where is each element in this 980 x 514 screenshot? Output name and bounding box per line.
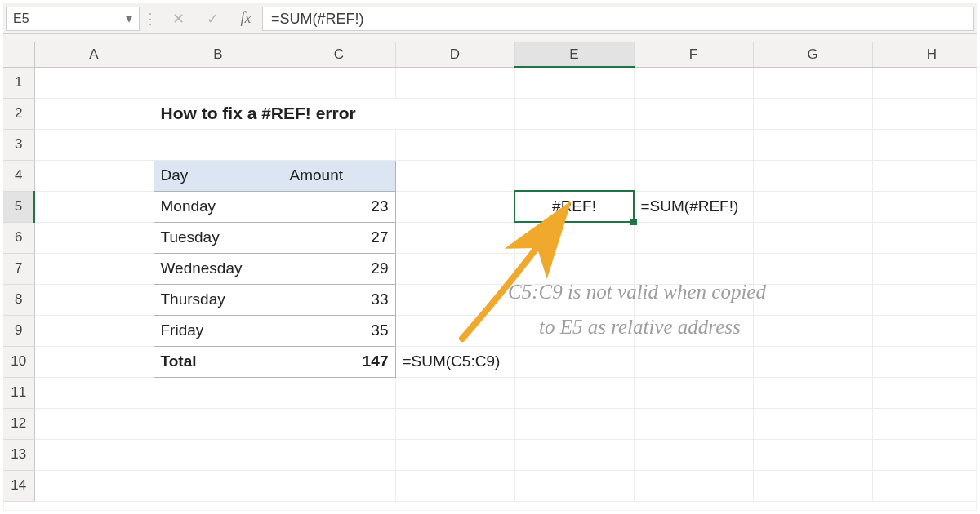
cell[interactable] xyxy=(872,160,977,191)
col-header[interactable]: H xyxy=(872,42,977,67)
cell[interactable] xyxy=(395,284,514,315)
cell[interactable] xyxy=(395,253,514,284)
cell[interactable] xyxy=(872,346,977,377)
col-header[interactable]: A xyxy=(34,42,154,67)
cell[interactable] xyxy=(283,377,395,408)
cell[interactable] xyxy=(514,67,634,98)
cell[interactable] xyxy=(634,222,753,253)
cell[interactable] xyxy=(753,377,872,408)
page-title[interactable]: How to fix a #REF! error xyxy=(154,98,514,129)
table-cell-amount[interactable]: 33 xyxy=(283,284,395,315)
cell[interactable] xyxy=(154,67,283,98)
row-header[interactable]: 9 xyxy=(3,315,34,346)
cell[interactable] xyxy=(514,377,634,408)
cell[interactable] xyxy=(872,67,977,98)
cell[interactable] xyxy=(872,408,977,439)
cell[interactable] xyxy=(395,160,514,191)
cell[interactable] xyxy=(34,470,154,501)
cell[interactable] xyxy=(395,408,514,439)
cell[interactable] xyxy=(34,160,154,191)
row-header[interactable]: 11 xyxy=(3,377,34,408)
fx-icon[interactable]: fx xyxy=(229,10,262,27)
cell[interactable] xyxy=(634,470,753,501)
cell[interactable] xyxy=(872,129,977,160)
cell[interactable] xyxy=(634,408,753,439)
cell[interactable] xyxy=(753,346,872,377)
table-header-amount[interactable]: Amount xyxy=(283,160,395,191)
cell[interactable] xyxy=(872,377,977,408)
cell[interactable] xyxy=(514,98,634,129)
cell[interactable] xyxy=(395,67,514,98)
cell[interactable] xyxy=(34,191,154,222)
row-header[interactable]: 1 xyxy=(3,67,34,98)
row-header-active[interactable]: 5 xyxy=(3,191,34,222)
cell[interactable] xyxy=(872,439,977,470)
cell[interactable] xyxy=(395,222,514,253)
cell[interactable] xyxy=(395,439,514,470)
row-header[interactable]: 6 xyxy=(3,222,34,253)
table-cell-day[interactable]: Thursday xyxy=(154,284,283,315)
cell[interactable] xyxy=(514,160,634,191)
table-cell-day[interactable]: Friday xyxy=(154,315,283,346)
row-header[interactable]: 13 xyxy=(3,439,34,470)
cell[interactable] xyxy=(34,408,154,439)
cell[interactable] xyxy=(34,346,154,377)
cell[interactable] xyxy=(395,129,514,160)
cell[interactable] xyxy=(34,222,154,253)
cell[interactable] xyxy=(634,67,753,98)
table-cell-amount[interactable]: 35 xyxy=(283,315,395,346)
cell[interactable] xyxy=(34,67,154,98)
row-header[interactable]: 7 xyxy=(3,253,34,284)
formula-input[interactable]: =SUM(#REF!) xyxy=(262,7,974,31)
row-header[interactable]: 10 xyxy=(3,346,34,377)
cell[interactable] xyxy=(514,439,634,470)
cell[interactable] xyxy=(154,129,283,160)
cell[interactable] xyxy=(634,346,753,377)
cell[interactable] xyxy=(634,160,753,191)
cell[interactable] xyxy=(872,222,977,253)
cell[interactable] xyxy=(154,439,283,470)
cell[interactable] xyxy=(753,439,872,470)
cell[interactable] xyxy=(872,191,977,222)
cell[interactable] xyxy=(34,253,154,284)
row-header[interactable]: 12 xyxy=(3,408,34,439)
cell[interactable] xyxy=(283,408,395,439)
cell[interactable] xyxy=(872,470,977,501)
cell[interactable] xyxy=(753,470,872,501)
col-header[interactable]: C xyxy=(283,42,395,67)
cell[interactable] xyxy=(872,98,977,129)
cell[interactable] xyxy=(753,315,872,346)
cell[interactable] xyxy=(634,439,753,470)
cell[interactable] xyxy=(753,67,872,98)
cell[interactable] xyxy=(753,98,872,129)
cell[interactable] xyxy=(753,284,872,315)
row-header[interactable]: 2 xyxy=(3,98,34,129)
row-header[interactable]: 4 xyxy=(3,160,34,191)
cell[interactable] xyxy=(872,284,977,315)
table-header-day[interactable]: Day xyxy=(154,160,283,191)
cell[interactable] xyxy=(154,408,283,439)
col-header-active[interactable]: E xyxy=(514,42,634,67)
name-box[interactable]: E5 ▾ xyxy=(6,7,140,31)
cell[interactable] xyxy=(514,129,634,160)
cell[interactable] xyxy=(395,191,514,222)
cell[interactable] xyxy=(283,67,395,98)
active-cell[interactable]: #REF! xyxy=(514,191,634,222)
spreadsheet-grid[interactable]: A B C D E F G H 1 2 How to fix a #REF! e… xyxy=(3,42,977,511)
table-cell-day[interactable]: Wednesday xyxy=(154,253,283,284)
table-cell-amount[interactable]: 27 xyxy=(283,222,395,253)
col-header[interactable]: B xyxy=(154,42,283,67)
cell[interactable] xyxy=(753,160,872,191)
table-cell-amount[interactable]: 23 xyxy=(283,191,395,222)
cell[interactable] xyxy=(395,315,514,346)
cell[interactable] xyxy=(283,439,395,470)
row-header[interactable]: 3 xyxy=(3,129,34,160)
cell[interactable] xyxy=(283,129,395,160)
table-total-label[interactable]: Total xyxy=(154,346,283,377)
table-total-value[interactable]: 147 xyxy=(283,346,395,377)
cell[interactable] xyxy=(34,315,154,346)
cell[interactable] xyxy=(34,377,154,408)
table-cell-day[interactable]: Tuesday xyxy=(154,222,283,253)
cancel-formula-button[interactable]: ✕ xyxy=(161,10,195,28)
cell[interactable] xyxy=(753,191,872,222)
